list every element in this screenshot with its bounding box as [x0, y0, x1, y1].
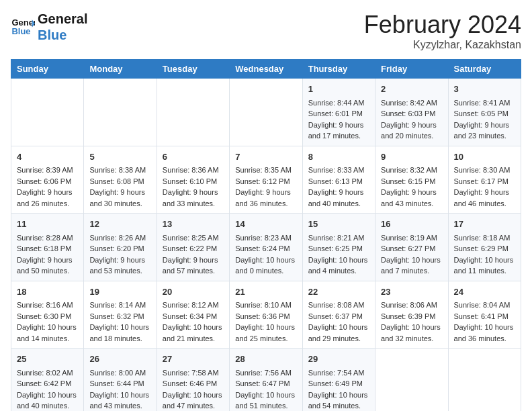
calendar-cell: 2Sunrise: 8:42 AM Sunset: 6:03 PM Daylig… — [375, 79, 448, 146]
days-of-week-row: SundayMondayTuesdayWednesdayThursdayFrid… — [11, 60, 521, 79]
day-number: 29 — [308, 353, 369, 366]
day-number: 8 — [308, 150, 369, 164]
calendar-cell: 8Sunrise: 8:33 AM Sunset: 6:13 PM Daylig… — [302, 146, 375, 214]
logo: General Blue General Blue — [11, 11, 87, 43]
day-info: Sunrise: 8:39 AM Sunset: 6:06 PM Dayligh… — [17, 165, 78, 209]
calendar-cell — [157, 79, 229, 146]
calendar-header: SundayMondayTuesdayWednesdayThursdayFrid… — [11, 60, 521, 79]
day-number: 27 — [163, 353, 224, 366]
day-info: Sunrise: 8:00 AM Sunset: 6:44 PM Dayligh… — [89, 367, 150, 412]
calendar-cell — [375, 349, 448, 412]
page-header: General Blue General Blue February 2024 … — [11, 11, 521, 51]
calendar-cell: 24Sunrise: 8:04 AM Sunset: 6:41 PM Dayli… — [448, 281, 521, 349]
day-number: 9 — [381, 150, 442, 164]
day-info: Sunrise: 8:44 AM Sunset: 6:01 PM Dayligh… — [308, 97, 369, 142]
calendar-cell: 23Sunrise: 8:06 AM Sunset: 6:39 PM Dayli… — [375, 281, 448, 349]
day-number: 18 — [17, 285, 78, 299]
day-info: Sunrise: 7:54 AM Sunset: 6:49 PM Dayligh… — [308, 367, 369, 412]
day-info: Sunrise: 8:30 AM Sunset: 6:17 PM Dayligh… — [454, 165, 515, 209]
calendar-location: Kyzylzhar, Kazakhstan — [364, 39, 521, 51]
week-row-2: 4Sunrise: 8:39 AM Sunset: 6:06 PM Daylig… — [11, 146, 521, 214]
week-row-4: 18Sunrise: 8:16 AM Sunset: 6:30 PM Dayli… — [11, 281, 521, 349]
logo-general: General — [38, 11, 87, 27]
calendar-table: SundayMondayTuesdayWednesdayThursdayFrid… — [11, 59, 521, 411]
calendar-cell: 19Sunrise: 8:14 AM Sunset: 6:32 PM Dayli… — [84, 281, 157, 349]
day-number: 3 — [454, 83, 515, 96]
calendar-cell: 16Sunrise: 8:19 AM Sunset: 6:27 PM Dayli… — [375, 214, 448, 281]
day-of-week-friday: Friday — [375, 60, 448, 79]
calendar-cell: 28Sunrise: 7:56 AM Sunset: 6:47 PM Dayli… — [230, 349, 302, 412]
day-info: Sunrise: 8:04 AM Sunset: 6:41 PM Dayligh… — [454, 300, 515, 344]
calendar-cell: 4Sunrise: 8:39 AM Sunset: 6:06 PM Daylig… — [11, 146, 84, 214]
day-info: Sunrise: 8:14 AM Sunset: 6:32 PM Dayligh… — [89, 300, 150, 344]
day-info: Sunrise: 8:41 AM Sunset: 6:05 PM Dayligh… — [454, 97, 515, 142]
day-number: 20 — [163, 285, 224, 299]
calendar-cell: 17Sunrise: 8:18 AM Sunset: 6:29 PM Dayli… — [448, 214, 521, 281]
day-info: Sunrise: 8:16 AM Sunset: 6:30 PM Dayligh… — [17, 300, 78, 344]
calendar-month-year: February 2024 — [364, 11, 521, 39]
day-info: Sunrise: 8:08 AM Sunset: 6:37 PM Dayligh… — [308, 300, 369, 344]
calendar-cell — [11, 79, 84, 146]
calendar-cell — [230, 79, 302, 146]
calendar-cell: 11Sunrise: 8:28 AM Sunset: 6:18 PM Dayli… — [11, 214, 84, 281]
week-row-3: 11Sunrise: 8:28 AM Sunset: 6:18 PM Dayli… — [11, 214, 521, 281]
day-number: 24 — [454, 285, 515, 299]
day-info: Sunrise: 7:56 AM Sunset: 6:47 PM Dayligh… — [235, 367, 296, 412]
logo-blue: Blue — [38, 27, 87, 43]
day-info: Sunrise: 8:33 AM Sunset: 6:13 PM Dayligh… — [308, 165, 369, 209]
calendar-cell: 27Sunrise: 7:58 AM Sunset: 6:46 PM Dayli… — [157, 349, 229, 412]
day-number: 12 — [89, 218, 150, 231]
day-info: Sunrise: 8:36 AM Sunset: 6:10 PM Dayligh… — [163, 165, 224, 209]
day-info: Sunrise: 8:28 AM Sunset: 6:18 PM Dayligh… — [17, 232, 78, 277]
day-number: 17 — [454, 218, 515, 231]
day-info: Sunrise: 8:35 AM Sunset: 6:12 PM Dayligh… — [235, 165, 296, 209]
day-number: 14 — [235, 218, 296, 231]
day-number: 21 — [235, 285, 296, 299]
day-number: 28 — [235, 353, 296, 366]
day-info: Sunrise: 8:19 AM Sunset: 6:27 PM Dayligh… — [381, 232, 442, 277]
day-of-week-wednesday: Wednesday — [230, 60, 302, 79]
day-info: Sunrise: 8:18 AM Sunset: 6:29 PM Dayligh… — [454, 232, 515, 277]
day-number: 10 — [454, 150, 515, 164]
day-of-week-sunday: Sunday — [11, 60, 84, 79]
calendar-body: 1Sunrise: 8:44 AM Sunset: 6:01 PM Daylig… — [11, 79, 521, 412]
day-number: 15 — [308, 218, 369, 231]
calendar-cell: 12Sunrise: 8:26 AM Sunset: 6:20 PM Dayli… — [84, 214, 157, 281]
logo-icon: General Blue — [11, 15, 35, 39]
day-info: Sunrise: 8:06 AM Sunset: 6:39 PM Dayligh… — [381, 300, 442, 344]
day-number: 1 — [308, 83, 369, 96]
day-number: 4 — [17, 150, 78, 164]
day-info: Sunrise: 8:12 AM Sunset: 6:34 PM Dayligh… — [163, 300, 224, 344]
calendar-cell: 22Sunrise: 8:08 AM Sunset: 6:37 PM Dayli… — [302, 281, 375, 349]
day-number: 19 — [89, 285, 150, 299]
day-number: 6 — [163, 150, 224, 164]
day-of-week-thursday: Thursday — [302, 60, 375, 79]
calendar-cell: 1Sunrise: 8:44 AM Sunset: 6:01 PM Daylig… — [302, 79, 375, 146]
day-number: 13 — [163, 218, 224, 231]
calendar-cell: 21Sunrise: 8:10 AM Sunset: 6:36 PM Dayli… — [230, 281, 302, 349]
calendar-cell: 15Sunrise: 8:21 AM Sunset: 6:25 PM Dayli… — [302, 214, 375, 281]
calendar-cell: 3Sunrise: 8:41 AM Sunset: 6:05 PM Daylig… — [448, 79, 521, 146]
day-number: 2 — [381, 83, 442, 96]
svg-text:Blue: Blue — [11, 26, 30, 36]
day-number: 7 — [235, 150, 296, 164]
day-of-week-tuesday: Tuesday — [157, 60, 229, 79]
calendar-cell: 9Sunrise: 8:32 AM Sunset: 6:15 PM Daylig… — [375, 146, 448, 214]
day-info: Sunrise: 8:21 AM Sunset: 6:25 PM Dayligh… — [308, 232, 369, 277]
day-info: Sunrise: 8:23 AM Sunset: 6:24 PM Dayligh… — [235, 232, 296, 277]
day-info: Sunrise: 8:25 AM Sunset: 6:22 PM Dayligh… — [163, 232, 224, 277]
calendar-cell: 10Sunrise: 8:30 AM Sunset: 6:17 PM Dayli… — [448, 146, 521, 214]
calendar-title-area: February 2024 Kyzylzhar, Kazakhstan — [364, 11, 521, 51]
day-number: 5 — [89, 150, 150, 164]
week-row-1: 1Sunrise: 8:44 AM Sunset: 6:01 PM Daylig… — [11, 79, 521, 146]
day-number: 26 — [89, 353, 150, 366]
calendar-cell: 5Sunrise: 8:38 AM Sunset: 6:08 PM Daylig… — [84, 146, 157, 214]
calendar-cell: 25Sunrise: 8:02 AM Sunset: 6:42 PM Dayli… — [11, 349, 84, 412]
day-info: Sunrise: 8:02 AM Sunset: 6:42 PM Dayligh… — [17, 367, 78, 412]
calendar-cell — [448, 349, 521, 412]
calendar-cell: 20Sunrise: 8:12 AM Sunset: 6:34 PM Dayli… — [157, 281, 229, 349]
day-number: 25 — [17, 353, 78, 366]
day-info: Sunrise: 8:38 AM Sunset: 6:08 PM Dayligh… — [89, 165, 150, 209]
day-info: Sunrise: 8:10 AM Sunset: 6:36 PM Dayligh… — [235, 300, 296, 344]
day-number: 23 — [381, 285, 442, 299]
